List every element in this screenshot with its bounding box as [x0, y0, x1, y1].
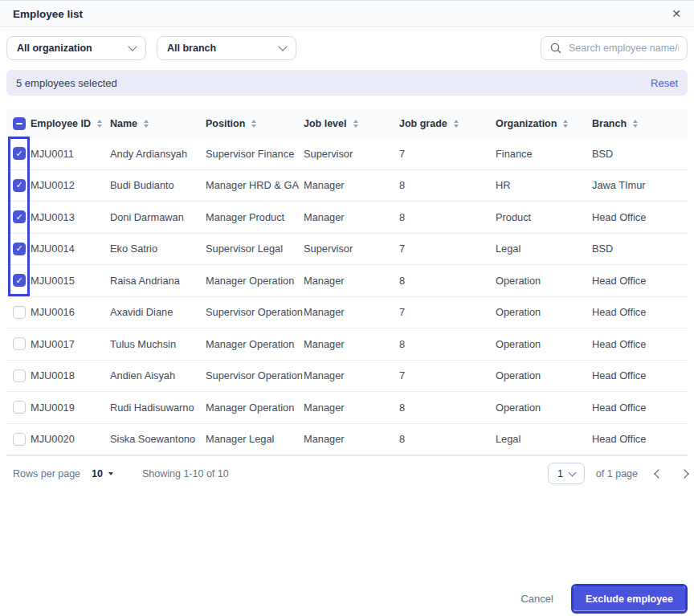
cell-job-level: Manager — [304, 211, 399, 223]
table-header-row: Employee ID Name Position Job level Job … — [6, 109, 688, 138]
sort-icon[interactable] — [353, 120, 358, 128]
column-header[interactable]: Position — [206, 118, 304, 129]
of-pages-text: of 1 page — [596, 468, 638, 479]
close-icon[interactable]: ✕ — [672, 8, 681, 19]
sort-icon[interactable] — [633, 120, 638, 128]
organization-select-value: All organization — [17, 43, 92, 54]
cell-job-grade: 8 — [399, 275, 496, 287]
search-box[interactable] — [541, 36, 688, 60]
cell-job-level: Supervisor — [304, 243, 399, 255]
exclude-employee-button[interactable]: Exclude employee — [574, 586, 685, 611]
submit-highlight-annotation: Exclude employee — [571, 584, 688, 614]
cell-employee-id: MJU0014 — [31, 243, 110, 255]
cell-job-level: Manager — [304, 369, 399, 381]
column-header[interactable]: Name — [110, 118, 206, 129]
cell-employee-id: MJU0015 — [31, 275, 110, 287]
page-select[interactable]: 1 — [548, 463, 585, 484]
column-header-label: Organization — [496, 118, 557, 129]
select-all-checkbox[interactable] — [13, 117, 26, 130]
search-input[interactable] — [569, 43, 679, 54]
rows-per-page-select[interactable]: 10 — [92, 468, 113, 479]
cell-job-level: Manager — [304, 338, 399, 350]
cell-branch: BSD — [592, 148, 688, 160]
caret-down-icon — [108, 472, 113, 475]
cell-name: Rudi Hadisuwarno — [110, 402, 206, 414]
sort-icon[interactable] — [97, 120, 102, 128]
cell-employee-id: MJU0012 — [31, 179, 110, 191]
cell-position: Supervisor Operation — [206, 369, 304, 381]
cell-branch: Head Office — [592, 275, 688, 287]
cell-job-level: Manager — [304, 179, 399, 191]
row-checkbox[interactable] — [13, 179, 26, 192]
table-row: MJU0019 Rudi Hadisuwarno Manager Operati… — [6, 392, 688, 424]
employee-table: Employee ID Name Position Job level Job … — [6, 109, 688, 455]
column-header[interactable]: Job grade — [399, 118, 496, 129]
cell-name: Raisa Andriana — [110, 275, 206, 287]
cell-employee-id: MJU0016 — [31, 306, 110, 318]
cell-job-grade: 8 — [399, 402, 496, 414]
row-checkbox[interactable] — [13, 210, 26, 223]
column-header-label: Position — [206, 118, 245, 129]
sort-icon[interactable] — [454, 120, 459, 128]
sort-icon[interactable] — [563, 120, 568, 128]
cell-job-grade: 7 — [399, 306, 496, 318]
table-row: MJU0018 Andien Aisyah Supervisor Operati… — [6, 361, 688, 393]
table-row: MJU0020 Siska Soewantono Manager Legal M… — [6, 424, 688, 456]
cell-position: Manager Legal — [206, 433, 304, 445]
cell-branch: Head Office — [592, 369, 688, 381]
sort-icon[interactable] — [251, 120, 256, 128]
cell-employee-id: MJU0017 — [31, 338, 110, 350]
row-checkbox[interactable] — [13, 306, 26, 319]
column-header[interactable]: Job level — [304, 118, 399, 129]
cell-position: Manager HRD & GA — [206, 179, 304, 191]
cell-organization: Legal — [496, 433, 592, 445]
organization-select[interactable]: All organization — [6, 36, 146, 60]
cell-job-level: Manager — [304, 402, 399, 414]
cell-job-level: Manager — [304, 275, 399, 287]
cell-organization: Finance — [496, 148, 592, 160]
cell-job-grade: 7 — [399, 243, 496, 255]
cell-job-grade: 8 — [399, 179, 496, 191]
row-checkbox[interactable] — [13, 369, 26, 382]
cell-name: Eko Satrio — [110, 243, 206, 255]
row-checkbox[interactable] — [13, 243, 26, 255]
cell-employee-id: MJU0019 — [31, 402, 110, 414]
cell-organization: Operation — [496, 369, 592, 381]
table-row: MJU0016 Axavidi Diane Supervisor Operati… — [6, 297, 688, 329]
cell-branch: Head Office — [592, 211, 688, 223]
table-row: MJU0013 Doni Darmawan Manager Product Ma… — [6, 202, 688, 234]
next-page-icon[interactable] — [680, 469, 688, 478]
sort-icon[interactable] — [144, 120, 149, 128]
cell-employee-id: MJU0018 — [31, 369, 110, 381]
row-checkbox[interactable] — [13, 337, 26, 350]
table-row: MJU0017 Tulus Muchsin Manager Operation … — [6, 328, 688, 361]
page-select-value: 1 — [557, 468, 563, 479]
cell-job-level: Manager — [304, 306, 399, 318]
cell-organization: Operation — [496, 306, 592, 318]
row-checkbox[interactable] — [13, 274, 26, 287]
cancel-button[interactable]: Cancel — [520, 593, 553, 605]
branch-select[interactable]: All branch — [157, 36, 296, 60]
cell-branch: Head Office — [592, 433, 688, 445]
column-header[interactable]: Branch — [592, 118, 688, 129]
pagination-bar: Rows per page 10 Showing 1-10 of 10 1 of… — [6, 455, 688, 491]
cell-name: Siska Soewantono — [110, 433, 206, 445]
table-row: MJU0015 Raisa Andriana Manager Operation… — [6, 265, 688, 297]
cell-branch: Head Office — [592, 306, 688, 318]
cell-organization: Operation — [496, 402, 592, 414]
column-header[interactable]: Employee ID — [31, 118, 110, 129]
row-checkbox[interactable] — [13, 147, 26, 160]
row-checkbox[interactable] — [13, 401, 26, 414]
cell-organization: Operation — [496, 275, 592, 287]
reset-button[interactable]: Reset — [651, 77, 678, 89]
previous-page-icon[interactable] — [654, 469, 663, 478]
cell-name: Axavidi Diane — [110, 306, 206, 318]
cell-position: Supervisor Legal — [206, 243, 304, 255]
chevron-down-icon — [568, 468, 576, 476]
row-checkbox[interactable] — [13, 433, 26, 446]
cell-organization: Legal — [496, 243, 592, 255]
cell-job-grade: 7 — [399, 148, 496, 160]
cell-position: Supervisor Finance — [206, 148, 304, 160]
table-body: MJU0011 Andy Ardiansyah Supervisor Finan… — [6, 138, 688, 455]
column-header[interactable]: Organization — [496, 118, 592, 129]
